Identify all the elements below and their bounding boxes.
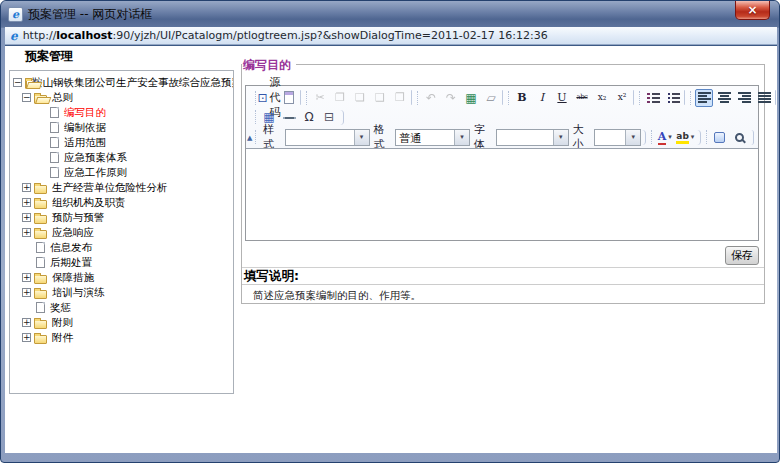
tree-item[interactable]: 编写目的: [10, 105, 233, 120]
tree-item-label[interactable]: 保障措施: [52, 271, 94, 285]
tree-item-label[interactable]: 鞍山钢铁集团公司生产安全事故综合应急预案: [32, 76, 233, 90]
tree-item[interactable]: +附则: [10, 315, 233, 330]
tree-item[interactable]: −鞍山钢铁集团公司生产安全事故综合应急预案: [10, 75, 233, 90]
source-button[interactable]: ⊡源代码: [260, 89, 278, 107]
tree-item[interactable]: +保障措施: [10, 270, 233, 285]
close-button[interactable]: ×: [735, 1, 770, 20]
tree-expand-icon[interactable]: +: [22, 288, 31, 297]
tree-expand-icon[interactable]: +: [22, 213, 31, 222]
tree-item-label[interactable]: 信息发布: [50, 241, 92, 255]
text-color-button[interactable]: A▾: [656, 128, 674, 146]
toolbar-group-end: [684, 90, 685, 105]
remove-format-button[interactable]: ▱: [482, 89, 500, 107]
format-select[interactable]: 普通▾: [395, 129, 470, 146]
strikethrough-button[interactable]: abc: [573, 89, 591, 107]
new-page-button[interactable]: [280, 89, 298, 107]
page-break-icon: ⊟: [324, 111, 334, 123]
bold-button[interactable]: B: [513, 89, 531, 107]
unordered-list-button[interactable]: [664, 89, 682, 107]
tree-item-label[interactable]: 组织机构及职责: [52, 196, 126, 210]
size-select[interactable]: ▾: [594, 129, 641, 146]
preview-button[interactable]: [731, 128, 749, 146]
tree-item[interactable]: +附件: [10, 330, 233, 345]
tree-item[interactable]: 编制依据: [10, 120, 233, 135]
dropdown-caret-icon[interactable]: ▾: [625, 130, 640, 145]
tree-item-label[interactable]: 总则: [52, 91, 73, 105]
align-left-button[interactable]: [695, 89, 713, 107]
tree-item[interactable]: +组织机构及职责: [10, 195, 233, 210]
style-select[interactable]: ▾: [285, 129, 370, 146]
toolbar-collapse-button[interactable]: ▲: [247, 134, 252, 142]
tree-item-label[interactable]: 预防与预警: [52, 211, 105, 225]
tree-collapse-icon[interactable]: −: [22, 93, 31, 102]
superscript-button[interactable]: x²: [613, 89, 631, 107]
dropdown-caret-icon[interactable]: ▾: [454, 130, 469, 145]
tree-item[interactable]: 适用范围: [10, 135, 233, 150]
tree-item-label[interactable]: 编写目的: [64, 106, 106, 120]
align-right-button[interactable]: [735, 89, 753, 107]
tree-item-label[interactable]: 后期处置: [50, 256, 92, 270]
toolbar-group-end: [340, 110, 344, 125]
text-color-icon: A: [658, 130, 667, 145]
tree-item[interactable]: 应急工作原则: [10, 165, 233, 180]
fit-window-button[interactable]: [711, 128, 729, 146]
tree-item[interactable]: 后期处置: [10, 255, 233, 270]
tree-expand-icon[interactable]: +: [22, 198, 31, 207]
tree-item-label[interactable]: 附件: [52, 331, 73, 345]
page-break-button[interactable]: ⊟: [320, 108, 338, 126]
align-right-icon: [738, 92, 751, 103]
tree-item-label[interactable]: 应急响应: [52, 226, 94, 240]
tree-item[interactable]: 奖惩: [10, 300, 233, 315]
url-host: localhost: [56, 29, 112, 42]
tree-item[interactable]: +培训与演练: [10, 285, 233, 300]
save-button[interactable]: 保存: [725, 246, 759, 265]
editor-content-area[interactable]: [246, 148, 758, 240]
toolbar-group-end: [300, 90, 301, 105]
size-select-value: [595, 130, 625, 145]
horizontal-rule-button[interactable]: [280, 108, 298, 126]
tree-expand-icon[interactable]: +: [22, 333, 31, 342]
dropdown-caret-icon[interactable]: ▾: [691, 133, 695, 141]
underline-button[interactable]: U: [553, 89, 571, 107]
tree-connector: [22, 258, 31, 267]
font-select[interactable]: ▾: [496, 129, 569, 146]
file-icon: [50, 152, 59, 163]
special-char-button[interactable]: Ω: [300, 108, 318, 126]
select-all-button[interactable]: ▦: [462, 89, 480, 107]
tree-item[interactable]: 应急预案体系: [10, 150, 233, 165]
tree-expand-icon[interactable]: +: [22, 228, 31, 237]
align-center-button[interactable]: [715, 89, 733, 107]
tree-item-label[interactable]: 应急预案体系: [64, 151, 127, 165]
dropdown-caret-icon[interactable]: ▾: [354, 130, 369, 145]
bg-color-button[interactable]: ab▾: [676, 128, 695, 146]
tree-item-label[interactable]: 培训与演练: [52, 286, 105, 300]
tree-item[interactable]: +生产经营单位危险性分析: [10, 180, 233, 195]
tree-item[interactable]: −总则: [10, 90, 233, 105]
tree-collapse-icon[interactable]: −: [13, 78, 22, 87]
toolbar-separator: [255, 130, 256, 144]
tree-item-label[interactable]: 适用范围: [64, 136, 106, 150]
subscript-button[interactable]: x₂: [593, 89, 611, 107]
italic-button[interactable]: I: [533, 89, 551, 107]
ordered-list-button[interactable]: [644, 89, 662, 107]
url-text[interactable]: http://localhost:90/yjzh/UI/Pcatalogm/pt…: [23, 29, 548, 42]
dropdown-caret-icon[interactable]: ▾: [553, 130, 568, 145]
tree-expand-icon[interactable]: +: [22, 183, 31, 192]
title-bar[interactable]: e 预案管理 -- 网页对话框: [1, 1, 779, 27]
tree-expand-icon[interactable]: +: [22, 273, 31, 282]
tree-item-label[interactable]: 附则: [52, 316, 73, 330]
file-icon: [50, 122, 59, 133]
tree-item[interactable]: 信息发布: [10, 240, 233, 255]
bg-color-icon: ab: [676, 131, 689, 144]
toolbar-group-end: [775, 90, 776, 105]
tree-item-label[interactable]: 应急工作原则: [64, 166, 127, 180]
url-prefix: http://: [23, 29, 57, 42]
tree-expand-icon[interactable]: +: [22, 318, 31, 327]
dropdown-caret-icon[interactable]: ▾: [668, 133, 672, 141]
tree-item-label[interactable]: 编制依据: [64, 121, 106, 135]
tree-item[interactable]: +应急响应: [10, 225, 233, 240]
tree-item[interactable]: +预防与预警: [10, 210, 233, 225]
tree-item-label[interactable]: 生产经营单位危险性分析: [52, 181, 168, 195]
align-justify-button[interactable]: [755, 89, 773, 107]
tree-item-label[interactable]: 奖惩: [50, 301, 71, 315]
